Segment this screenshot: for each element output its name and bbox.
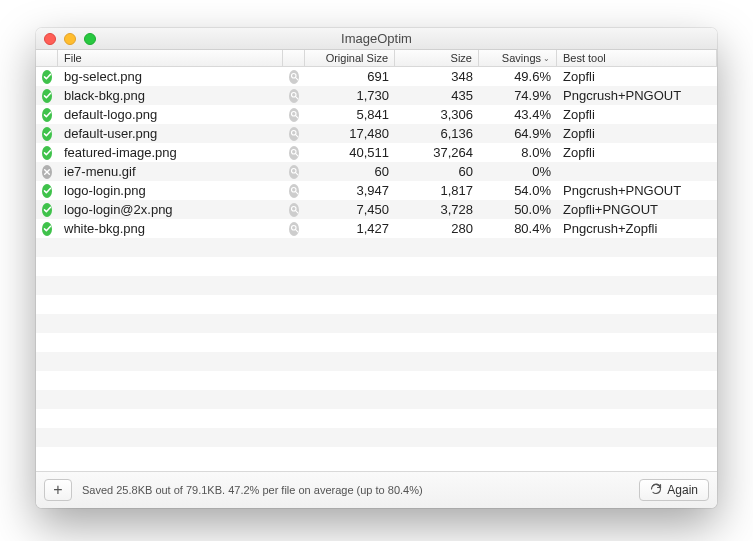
table-body[interactable]: bg-select.png69134849.6%Zopfliblack-bkg.… [36, 67, 717, 471]
reload-icon [650, 483, 662, 498]
original-size: 1,427 [305, 221, 395, 236]
size: 3,728 [395, 202, 479, 217]
add-button[interactable]: + [44, 479, 72, 501]
size: 37,264 [395, 145, 479, 160]
savings: 64.9% [479, 126, 557, 141]
empty-row [36, 314, 717, 333]
table-row[interactable]: logo-login@2x.png7,4503,72850.0%Zopfli+P… [36, 200, 717, 219]
again-label: Again [667, 483, 698, 497]
svg-line-17 [295, 211, 297, 213]
original-size: 3,947 [305, 183, 395, 198]
status-success-icon [36, 184, 58, 198]
status-text: Saved 25.8KB out of 79.1KB. 47.2% per fi… [82, 484, 423, 496]
column-savings[interactable]: Savings ⌄ [479, 50, 557, 66]
size: 1,817 [395, 183, 479, 198]
preview-icon[interactable] [283, 203, 305, 217]
file-name: featured-image.png [58, 145, 283, 160]
savings: 74.9% [479, 88, 557, 103]
column-original-size[interactable]: Original Size [305, 50, 395, 66]
table-row[interactable]: featured-image.png40,51137,2648.0%Zopfli [36, 143, 717, 162]
minimize-button[interactable] [64, 33, 76, 45]
status-success-icon [36, 203, 58, 217]
preview-icon[interactable] [283, 108, 305, 122]
size: 6,136 [395, 126, 479, 141]
empty-row [36, 333, 717, 352]
status-success-icon [36, 70, 58, 84]
preview-icon[interactable] [283, 89, 305, 103]
original-size: 17,480 [305, 126, 395, 141]
preview-icon[interactable] [283, 165, 305, 179]
column-status[interactable] [36, 50, 58, 66]
best-tool: Pngcrush+PNGOUT [557, 88, 717, 103]
table-row[interactable]: logo-login.png3,9471,81754.0%Pngcrush+PN… [36, 181, 717, 200]
preview-icon[interactable] [283, 184, 305, 198]
file-name: black-bkg.png [58, 88, 283, 103]
best-tool: Pngcrush+Zopfli [557, 221, 717, 236]
preview-icon[interactable] [283, 70, 305, 84]
original-size: 691 [305, 69, 395, 84]
status-success-icon [36, 146, 58, 160]
svg-line-5 [295, 116, 297, 118]
table-headers: File Original Size Size Savings ⌄ Best t… [36, 50, 717, 67]
empty-row [36, 447, 717, 466]
preview-icon[interactable] [283, 222, 305, 236]
app-window: ImageOptim File Original Size Size Savin… [36, 28, 717, 508]
status-success-icon [36, 108, 58, 122]
table-row[interactable]: white-bkg.png1,42728080.4%Pngcrush+Zopfl… [36, 219, 717, 238]
empty-row [36, 295, 717, 314]
file-name: default-logo.png [58, 107, 283, 122]
table-row[interactable]: default-user.png17,4806,13664.9%Zopfli [36, 124, 717, 143]
savings: 54.0% [479, 183, 557, 198]
size: 280 [395, 221, 479, 236]
empty-row [36, 276, 717, 295]
empty-row [36, 428, 717, 447]
empty-row [36, 390, 717, 409]
savings: 43.4% [479, 107, 557, 122]
footer-bar: + Saved 25.8KB out of 79.1KB. 47.2% per … [36, 471, 717, 508]
file-name: default-user.png [58, 126, 283, 141]
again-button[interactable]: Again [639, 479, 709, 501]
savings: 80.4% [479, 221, 557, 236]
size: 60 [395, 164, 479, 179]
original-size: 1,730 [305, 88, 395, 103]
savings: 0% [479, 164, 557, 179]
table-row[interactable]: default-logo.png5,8413,30643.4%Zopfli [36, 105, 717, 124]
preview-icon[interactable] [283, 146, 305, 160]
savings: 50.0% [479, 202, 557, 217]
traffic-lights [36, 33, 96, 45]
svg-line-15 [295, 192, 297, 194]
savings: 8.0% [479, 145, 557, 160]
sort-indicator-icon: ⌄ [543, 54, 550, 63]
best-tool: Zopfli [557, 107, 717, 122]
status-success-icon [36, 222, 58, 236]
table-row[interactable]: black-bkg.png1,73043574.9%Pngcrush+PNGOU… [36, 86, 717, 105]
file-name: bg-select.png [58, 69, 283, 84]
column-savings-label: Savings [502, 52, 541, 64]
file-name: white-bkg.png [58, 221, 283, 236]
best-tool: Zopfli [557, 69, 717, 84]
column-file[interactable]: File [58, 50, 283, 66]
file-name: ie7-menu.gif [58, 164, 283, 179]
table-row[interactable]: bg-select.png69134849.6%Zopfli [36, 67, 717, 86]
table-row[interactable]: ie7-menu.gif60600% [36, 162, 717, 181]
preview-icon[interactable] [283, 127, 305, 141]
file-name: logo-login.png [58, 183, 283, 198]
size: 348 [395, 69, 479, 84]
status-success-icon [36, 89, 58, 103]
svg-line-19 [295, 230, 297, 232]
size: 435 [395, 88, 479, 103]
zoom-button[interactable] [84, 33, 96, 45]
original-size: 60 [305, 164, 395, 179]
titlebar[interactable]: ImageOptim [36, 28, 717, 50]
column-size[interactable]: Size [395, 50, 479, 66]
best-tool: Pngcrush+PNGOUT [557, 183, 717, 198]
empty-row [36, 409, 717, 428]
best-tool: Zopfli+PNGOUT [557, 202, 717, 217]
empty-row [36, 352, 717, 371]
column-preview[interactable] [283, 50, 305, 66]
original-size: 7,450 [305, 202, 395, 217]
empty-row [36, 371, 717, 390]
best-tool: Zopfli [557, 126, 717, 141]
column-best-tool[interactable]: Best tool [557, 50, 717, 66]
close-button[interactable] [44, 33, 56, 45]
